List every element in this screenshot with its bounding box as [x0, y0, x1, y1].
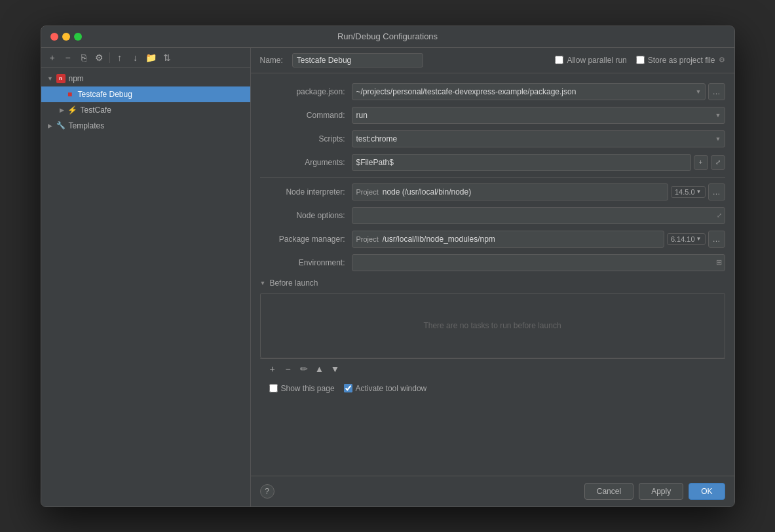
- tree-templates[interactable]: ▶ 🔧 Templates: [41, 118, 250, 134]
- scripts-select[interactable]: test:chrome: [352, 130, 725, 147]
- arguments-expand-icon[interactable]: ⤢: [711, 155, 725, 170]
- launch-toolbar: + − ✏ ▲ ▼: [260, 358, 725, 379]
- minimize-button[interactable]: [62, 33, 70, 41]
- node-options-field[interactable]: ⤢: [352, 207, 725, 224]
- activate-tool-window-label: Activate tool window: [356, 384, 427, 393]
- scripts-label: Scripts:: [260, 134, 352, 143]
- node-path: node (/usr/local/bin/node): [383, 187, 471, 197]
- scripts-select-wrap: test:chrome ▼: [352, 130, 725, 147]
- node-options-expand-icon: ⤢: [717, 212, 722, 219]
- footer: ? Cancel Apply OK: [251, 476, 734, 506]
- activate-tool-window-wrap: Activate tool window: [344, 384, 427, 393]
- allow-parallel-run-wrap: Allow parallel run: [555, 56, 626, 65]
- pkg-version-badge: 6.14.10 ▼: [667, 233, 706, 245]
- package-manager-row: Package manager: Project /usr/local/lib/…: [260, 230, 725, 248]
- pkg-version-text: 6.14.10: [671, 235, 695, 243]
- package-json-select[interactable]: ~/projects/personal/testcafe-devexpress-…: [352, 83, 706, 100]
- add-config-button[interactable]: +: [45, 50, 60, 65]
- right-panel: Name: Allow parallel run Store as projec…: [251, 48, 734, 506]
- package-manager-field[interactable]: Project /usr/local/lib/node_modules/npm: [352, 231, 664, 248]
- form-area: package.json: ~/projects/personal/testca…: [251, 73, 734, 476]
- copy-config-button[interactable]: ⎘: [77, 50, 91, 65]
- footer-buttons: Cancel Apply OK: [584, 483, 725, 500]
- dialog-title: Run/Debug Configurations: [337, 31, 438, 41]
- command-select-wrap: run ▼: [352, 107, 725, 124]
- before-launch-title: Before launch: [269, 278, 318, 288]
- testcafe-debug-label: Testcafe Debug: [78, 90, 132, 99]
- testcafe-icon: ⚡: [67, 105, 78, 115]
- header-options: Allow parallel run Store as project file…: [555, 56, 725, 65]
- npm-icon: n: [56, 73, 66, 84]
- node-interpreter-field[interactable]: Project node (/usr/local/bin/node): [352, 183, 668, 200]
- pkg-project-badge: Project: [356, 235, 379, 243]
- move-down-button[interactable]: ↓: [128, 50, 143, 65]
- checkboxes-row: Show this page Activate tool window: [260, 379, 725, 398]
- launch-down-button[interactable]: ▼: [328, 362, 343, 376]
- node-interpreter-browse-button[interactable]: …: [708, 183, 725, 200]
- help-button[interactable]: ?: [260, 484, 274, 499]
- store-as-project-checkbox[interactable]: [636, 56, 645, 64]
- activate-tool-window-checkbox[interactable]: [344, 384, 352, 392]
- environment-row: Environment: ⊞: [260, 254, 725, 272]
- node-options-control: ⤢: [352, 207, 725, 224]
- node-version-arrow-icon: ▼: [696, 189, 702, 195]
- section-divider-1: [260, 177, 725, 178]
- remove-config-button[interactable]: −: [61, 50, 75, 65]
- command-select[interactable]: run: [352, 107, 725, 124]
- launch-edit-button[interactable]: ✏: [297, 362, 311, 376]
- environment-expand-icon: ⊞: [716, 258, 722, 267]
- tree-testcafe[interactable]: ▶ ⚡ TestCafe: [41, 102, 250, 118]
- pkg-version-arrow-icon: ▼: [696, 236, 702, 242]
- package-json-row: package.json: ~/projects/personal/testca…: [260, 83, 725, 101]
- package-manager-control: Project /usr/local/lib/node_modules/npm …: [352, 231, 725, 248]
- folder-button[interactable]: 📁: [144, 50, 159, 65]
- testcafe-arrow-icon: ▶: [57, 105, 67, 115]
- arguments-input[interactable]: [352, 154, 691, 171]
- show-this-page-label: Show this page: [281, 384, 335, 393]
- tree-npm-group[interactable]: ▼ n npm: [41, 71, 250, 86]
- sort-button[interactable]: ⇅: [160, 50, 174, 65]
- apply-button[interactable]: Apply: [639, 483, 683, 500]
- package-json-browse-button[interactable]: …: [708, 83, 725, 100]
- name-input[interactable]: [292, 53, 423, 67]
- name-label: Name:: [260, 56, 283, 65]
- node-options-label: Node options:: [260, 211, 352, 220]
- environment-field[interactable]: ⊞: [352, 254, 725, 271]
- run-debug-dialog: Run/Debug Configurations + − ⎘ ⚙ ↑ ↓ 📁 ⇅…: [41, 26, 735, 507]
- launch-remove-button[interactable]: −: [281, 362, 295, 376]
- cancel-button[interactable]: Cancel: [584, 483, 633, 500]
- maximize-button[interactable]: [74, 33, 82, 41]
- scripts-row: Scripts: test:chrome ▼: [260, 130, 725, 148]
- close-button[interactable]: [50, 33, 58, 41]
- pkg-path: /usr/local/lib/node_modules/npm: [383, 235, 495, 244]
- launch-add-button[interactable]: +: [265, 362, 280, 376]
- show-this-page-checkbox[interactable]: [269, 384, 278, 392]
- package-manager-browse-button[interactable]: …: [708, 231, 725, 248]
- node-interpreter-control: Project node (/usr/local/bin/node) 14.5.…: [352, 183, 725, 200]
- tree-testcafe-debug[interactable]: ■ Testcafe Debug: [41, 86, 250, 102]
- testcafe-debug-icon: ■: [65, 89, 75, 100]
- left-toolbar: + − ⎘ ⚙ ↑ ↓ 📁 ⇅: [41, 48, 250, 68]
- store-as-project-label: Store as project file: [648, 56, 715, 65]
- ok-button[interactable]: OK: [689, 483, 725, 500]
- arguments-row: Arguments: + ⤢: [260, 153, 725, 172]
- before-launch-header: ▼ Before launch: [260, 278, 725, 288]
- settings-config-button[interactable]: ⚙: [92, 50, 107, 65]
- node-options-row: Node options: ⤢: [260, 206, 725, 225]
- node-interpreter-field-wrap: Project node (/usr/local/bin/node) 14.5.…: [352, 183, 725, 200]
- store-as-project-wrap: Store as project file ⚙: [636, 56, 725, 65]
- allow-parallel-run-label: Allow parallel run: [567, 56, 626, 65]
- testcafe-label: TestCafe: [81, 105, 111, 115]
- toolbar-separator: [109, 52, 110, 63]
- launch-up-button[interactable]: ▲: [312, 362, 327, 376]
- settings-icon: ⚙: [719, 56, 725, 64]
- right-header: Name: Allow parallel run Store as projec…: [251, 48, 734, 73]
- allow-parallel-run-checkbox[interactable]: [555, 56, 563, 64]
- environment-control: ⊞: [352, 254, 725, 271]
- move-up-button[interactable]: ↑: [113, 50, 127, 65]
- node-version-text: 14.5.0: [675, 188, 695, 196]
- package-json-control: ~/projects/personal/testcafe-devexpress-…: [352, 83, 725, 100]
- arguments-label: Arguments:: [260, 158, 352, 167]
- arguments-add-icon[interactable]: +: [694, 155, 708, 170]
- node-interpreter-label: Node interpreter:: [260, 187, 352, 197]
